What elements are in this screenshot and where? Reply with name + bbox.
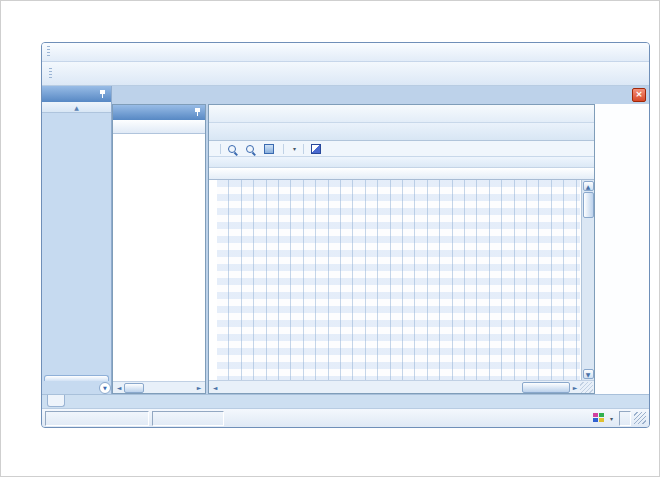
chevron-down-icon: ▾ [293, 145, 296, 152]
sidebar-scroll-up-button[interactable]: ▲ [42, 102, 111, 113]
locate-button[interactable] [308, 144, 326, 154]
chevron-down-icon: ▾ [610, 415, 613, 422]
resize-grip[interactable] [634, 412, 646, 424]
content-area: ◄ ► [112, 104, 649, 394]
scroll-right-icon[interactable]: ► [570, 384, 580, 391]
timescale-button[interactable]: ▾ [288, 145, 299, 152]
sidebar-title-bar [42, 86, 111, 102]
scroll-right-icon[interactable]: ► [194, 384, 204, 391]
fit-button[interactable] [261, 144, 279, 154]
magnifier-icon [246, 145, 254, 153]
scroll-left-icon[interactable]: ◄ [210, 384, 220, 391]
gantt-grid-wrap: ▲ ▼ [209, 180, 594, 380]
status-bar: ▾ [42, 408, 649, 427]
empty-workspace [595, 104, 649, 394]
resize-corner [580, 382, 593, 393]
screenshot-canvas: ▲ ▼ × [0, 0, 660, 477]
bottom-tabstrip [42, 394, 649, 408]
magnifier-icon [228, 145, 236, 153]
timeline-month-row [209, 157, 594, 168]
zoom-in-button[interactable] [225, 145, 241, 153]
toolbar-grip [49, 68, 52, 80]
filter-toolbar [209, 105, 594, 123]
status-ready [152, 411, 224, 426]
style-palette-icon [593, 413, 604, 423]
main-area: ▲ ▼ × [42, 86, 649, 394]
session-info [619, 411, 631, 426]
document-tabstrip: × [112, 86, 649, 104]
scroll-down-icon[interactable]: ▼ [583, 369, 594, 379]
sidebar-group-partial[interactable]: ▼ [42, 375, 111, 394]
chevron-down-icon[interactable]: ▼ [99, 382, 111, 394]
scroll-thumb[interactable] [124, 383, 144, 393]
locate-icon [311, 144, 321, 154]
project-folder-panel: ◄ ► [112, 104, 206, 394]
scroll-thumb[interactable] [522, 382, 570, 393]
main-toolbar [42, 62, 649, 86]
scroll-up-icon[interactable]: ▲ [583, 181, 594, 191]
tree-column-header[interactable] [113, 120, 205, 134]
tab-message-management[interactable] [47, 395, 65, 407]
app-window: ▲ ▼ × [41, 42, 650, 428]
gantt-vscrollbar[interactable]: ▲ ▼ [581, 180, 594, 380]
document-area: × ◄ ► [112, 86, 649, 394]
pin-icon[interactable] [98, 90, 107, 99]
nav-sidebar: ▲ ▼ [42, 86, 112, 394]
zoom-out-button[interactable] [243, 145, 259, 153]
gantt-toolbar: ▾ [209, 141, 594, 157]
tree-hscrollbar[interactable]: ◄ ► [113, 381, 205, 393]
view-tabs [209, 123, 594, 141]
ui-style-button[interactable]: ▾ [590, 413, 616, 423]
gantt-chart-grid [217, 180, 580, 380]
scroll-left-icon[interactable]: ◄ [114, 384, 124, 391]
menu-bar [42, 43, 649, 62]
pin-icon[interactable] [193, 108, 202, 117]
scroll-thumb[interactable] [583, 192, 594, 218]
tree-panel-header [113, 105, 205, 120]
fit-icon [264, 144, 274, 154]
gantt-panel: ▾ ▲ [208, 104, 595, 394]
toolbar-grip [47, 46, 50, 58]
timeline-days-row [209, 168, 594, 180]
company-name [45, 411, 149, 426]
close-icon[interactable]: × [632, 88, 646, 102]
gantt-hscrollbar[interactable]: ◄ ► [209, 380, 594, 393]
